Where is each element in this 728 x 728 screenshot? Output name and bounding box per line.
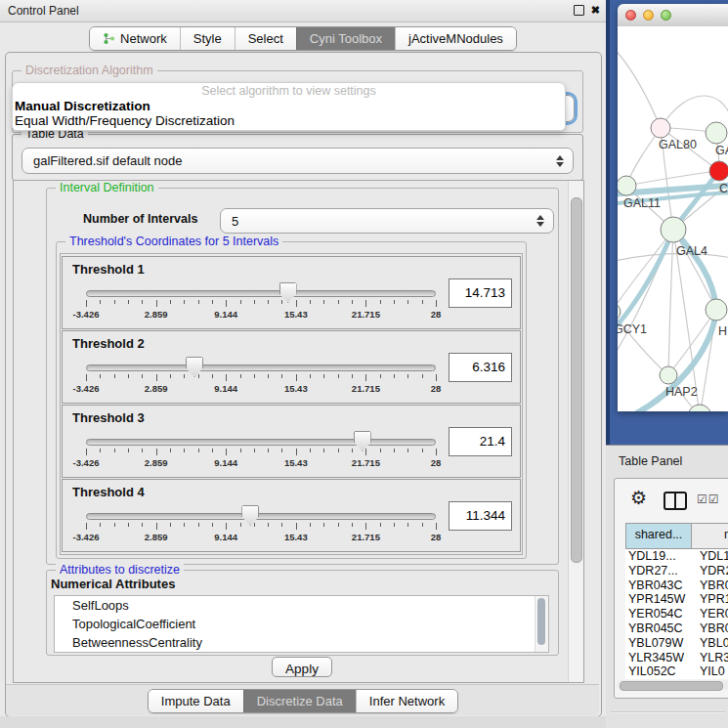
table-cell: YBL079W (625, 636, 693, 651)
slider-tick (268, 449, 269, 452)
horizontal-scrollbar-thumb[interactable] (620, 681, 723, 691)
slider-tick (240, 300, 241, 304)
network-node-hap2[interactable] (660, 366, 677, 384)
slider-track[interactable] (86, 513, 436, 520)
threshold-slider[interactable]: -3.4262.8599.14415.4321.71528 (86, 503, 436, 548)
network-window-titlebar[interactable] (618, 4, 728, 27)
threshold-slider[interactable]: -3.4262.8599.14415.4321.71528 (86, 280, 436, 325)
zoom-light[interactable] (661, 10, 671, 21)
network-node-gal4[interactable] (661, 217, 686, 242)
table-row[interactable]: YBR043CYBR0 (625, 578, 728, 593)
table-row[interactable]: YDL19...YDL1 (625, 549, 728, 564)
network-canvas[interactable]: GAL80GACGAL11GAL4GCY1HHAP2 (618, 26, 728, 411)
top-tab-style[interactable]: Style (180, 27, 235, 50)
slider-tick (338, 374, 339, 378)
threshold-value-field[interactable]: 11.344 (449, 501, 512, 531)
table-cell: YPR1 (693, 592, 728, 607)
slider-tick (254, 374, 255, 378)
table-data-select[interactable]: galFiltered.sif default node (21, 148, 574, 174)
network-node-gal11[interactable] (618, 176, 636, 195)
threshold-value-field[interactable]: 21.4 (449, 427, 512, 456)
network-node-h[interactable] (706, 299, 727, 321)
slider-thumb[interactable] (241, 505, 259, 526)
threshold-slider[interactable]: -3.4262.8599.14415.4321.71528 (86, 429, 436, 474)
network-node-ga[interactable] (706, 122, 727, 144)
window-buttons: ✖ (574, 5, 600, 16)
slider-tick (407, 523, 408, 527)
bottom-tab-infer-network[interactable]: Infer Network (356, 690, 457, 712)
table-row[interactable]: YIL052CYIL0 (625, 664, 728, 679)
table-row[interactable]: YBR045CYBR0 (625, 621, 728, 636)
top-tab-select[interactable]: Select (235, 27, 296, 50)
attribute-item-selfloops[interactable]: SelfLoops (55, 596, 548, 615)
threshold-value-field[interactable]: 14.713 (449, 278, 512, 308)
attribute-item-topologicalcoefficient[interactable]: TopologicalCoefficient (55, 615, 548, 633)
slider-thumb[interactable] (186, 357, 203, 377)
network-node-gal80[interactable] (651, 118, 670, 138)
gear-icon[interactable]: ⚙ (630, 488, 647, 509)
table-row[interactable]: YBL079WYBL0 (625, 636, 728, 651)
slider-thumb[interactable] (354, 431, 371, 451)
slider-tick (212, 449, 213, 452)
close-icon[interactable]: ✖ (591, 5, 600, 16)
top-tab-cyni-toolbox[interactable]: Cyni Toolbox (296, 27, 395, 50)
tick-label: 28 (431, 309, 442, 320)
numerical-attributes-list[interactable]: SelfLoopsTopologicalCoefficientBetweenne… (54, 595, 549, 653)
vertical-scrollbar[interactable] (568, 181, 583, 682)
horizontal-scrollbar[interactable] (617, 680, 728, 690)
table-row[interactable]: YDR27...YDR2 (625, 564, 728, 578)
slider-tick (212, 374, 213, 378)
slider-tick (142, 449, 143, 452)
slider-track[interactable] (86, 439, 436, 446)
tick-label: -3.426 (73, 532, 100, 542)
algorithm-option-equal-width-frequency-discretization[interactable]: Equal Width/Frequency Discretization (13, 113, 565, 128)
scrollbar-thumb[interactable] (571, 197, 582, 563)
slider-tick (198, 449, 199, 452)
slider-tick (352, 449, 353, 452)
top-tab-jactivemnodules[interactable]: jActiveMNodules (395, 27, 516, 50)
slider-tick (212, 300, 213, 304)
top-tab-network[interactable]: Network (90, 27, 180, 50)
tab-label: Network (120, 27, 167, 50)
bottom-tab-impute-data[interactable]: Impute Data (149, 690, 243, 712)
float-window-icon[interactable] (574, 5, 584, 16)
slider-tick (268, 523, 269, 527)
apply-button[interactable]: Apply (272, 657, 332, 677)
columns-icon[interactable] (664, 492, 687, 510)
network-node-gcy1[interactable] (618, 303, 621, 321)
table-row[interactable]: YPR145WYPR1 (625, 592, 728, 607)
slider-tick (226, 449, 227, 455)
slider-tick (310, 374, 311, 378)
slider-tick (338, 523, 339, 527)
tick-label: 21.715 (352, 457, 380, 468)
node-label-h: H (718, 324, 727, 338)
threshold-box-2: Threshold 2-3.4262.8599.14415.4321.71528… (62, 330, 521, 404)
slider-tick (365, 300, 366, 307)
tab-label: Infer Network (369, 690, 445, 712)
network-node-c[interactable] (709, 161, 728, 181)
table-row[interactable]: YLR345WYLR3 (625, 651, 728, 665)
attribute-item-betweennesscentrality[interactable]: BetweennessCentrality (55, 633, 548, 652)
list-scrollbar[interactable] (535, 596, 548, 652)
tick-label: -3.426 (73, 457, 100, 468)
list-scrollbar-thumb[interactable] (537, 598, 545, 645)
slider-tick (352, 523, 353, 527)
tick-label: 21.715 (352, 309, 380, 320)
slider-track[interactable] (86, 290, 436, 297)
slider-tick (407, 300, 408, 304)
column-header-1[interactable]: shared... (626, 524, 692, 548)
checkboxes-icon[interactable]: ☑☑ (697, 492, 720, 506)
algorithm-option-manual-discretization[interactable]: Manual Discretization (13, 99, 565, 113)
column-header-2[interactable]: na (692, 524, 728, 548)
bottom-tab-discretize-data[interactable]: Discretize Data (243, 690, 356, 712)
threshold-value-field[interactable]: 6.316 (449, 353, 512, 382)
threshold-slider[interactable]: -3.4262.8599.14415.4321.71528 (86, 355, 436, 400)
number-of-intervals-select[interactable]: 5 (220, 208, 554, 234)
table-cell: YBR0 (693, 578, 728, 593)
close-light[interactable] (625, 10, 636, 21)
slider-track[interactable] (86, 364, 436, 371)
table-row[interactable]: YER054CYER0 (625, 607, 728, 621)
table-data-value: galFiltered.sif default node (33, 149, 182, 173)
slider-tick (100, 374, 101, 378)
minimize-light[interactable] (643, 10, 654, 21)
